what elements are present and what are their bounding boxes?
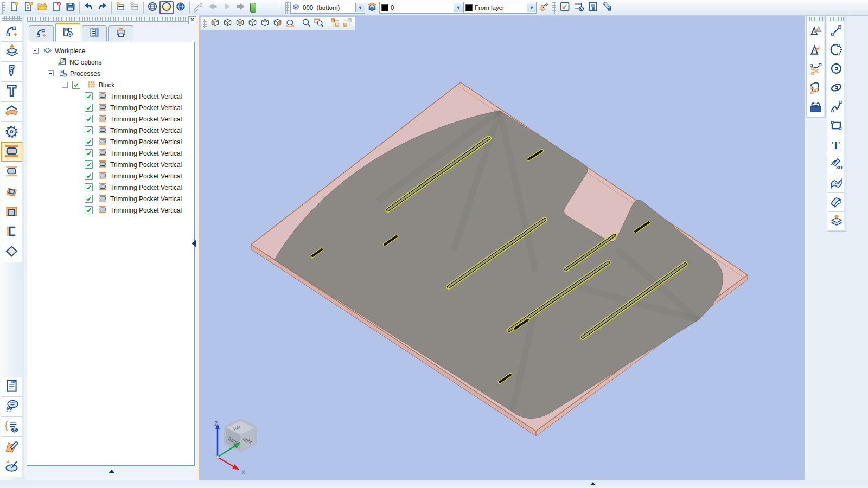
sawing-button[interactable] <box>1 122 22 142</box>
region-button[interactable] <box>1 242 22 262</box>
draw-line-button[interactable] <box>828 22 844 41</box>
step-back-button[interactable] <box>206 1 220 14</box>
workpiece-label[interactable]: Workpiece <box>55 47 85 55</box>
tree-row-trimming-pocket[interactable]: Trimming Pocket Vertical <box>27 147 194 159</box>
tree-row-trimming-pocket[interactable]: Trimming Pocket Vertical <box>27 125 194 136</box>
model-scene[interactable] <box>199 16 805 480</box>
engrave-button[interactable] <box>1 437 22 457</box>
panel-collapse-arrow[interactable] <box>192 240 196 247</box>
view-right-button[interactable] <box>271 18 284 29</box>
simulation-slider[interactable] <box>250 3 281 13</box>
operation-checkbox[interactable] <box>85 183 93 191</box>
tree-row-trimming-pocket[interactable]: Trimming Pocket Vertical <box>27 170 194 182</box>
operation-checkbox[interactable] <box>85 115 93 123</box>
slider-thumb[interactable] <box>250 3 256 13</box>
navigation-cube[interactable]: top front right Z X <box>205 405 276 477</box>
tools-options-button[interactable] <box>600 1 614 14</box>
tree-row-trimming-pocket[interactable]: Trimming Pocket Vertical <box>27 182 194 193</box>
swept-surface-button[interactable] <box>828 193 844 212</box>
tab-operations-list[interactable] <box>82 25 107 41</box>
block-label[interactable]: Block <box>99 81 114 89</box>
tree-row-trimming-pocket[interactable]: Trimming Pocket Vertical <box>27 91 194 102</box>
tab-processes[interactable] <box>55 23 80 41</box>
operation-label[interactable]: Trimming Pocket Vertical <box>110 93 182 100</box>
tree-row-processes[interactable]: Processes <box>27 68 194 79</box>
linetype-combobox[interactable]: From layer ▼ <box>463 2 537 14</box>
pocket-small-button[interactable] <box>1 162 22 182</box>
operation-label[interactable]: Trimming Pocket Vertical <box>110 195 182 203</box>
undo-button[interactable] <box>81 1 95 14</box>
toolbar-grip[interactable] <box>285 2 289 14</box>
close-document-button[interactable] <box>49 1 63 14</box>
milling-tool-button[interactable] <box>1 82 22 102</box>
draw-arc-button[interactable] <box>828 41 844 60</box>
sketch-mode-button[interactable] <box>192 1 206 14</box>
expander-minus[interactable] <box>48 70 54 76</box>
view-rotate-button[interactable] <box>284 18 296 29</box>
panel-grip[interactable] <box>27 17 189 22</box>
edit-properties-button[interactable] <box>537 1 551 14</box>
operation-label[interactable]: Trimming Pocket Vertical <box>110 138 182 146</box>
view-back-button[interactable] <box>246 18 259 29</box>
operation-label[interactable]: Trimming Pocket Vertical <box>110 104 182 112</box>
linetype-dropdown-arrow[interactable]: ▼ <box>527 3 536 12</box>
toolbar-grip[interactable] <box>203 19 207 28</box>
extract-face2-button[interactable] <box>828 212 844 231</box>
operation-label[interactable]: Trimming Pocket Vertical <box>110 127 182 134</box>
operation-label[interactable]: Trimming Pocket Vertical <box>110 161 182 169</box>
move-geometry-button[interactable] <box>807 41 824 60</box>
operation-checkbox[interactable] <box>85 92 93 100</box>
operation-label[interactable]: Trimming Pocket Vertical <box>110 115 182 123</box>
tree-row-trimming-pocket[interactable]: Trimming Pocket Vertical <box>27 193 194 204</box>
operation-label[interactable]: Trimming Pocket Vertical <box>110 184 182 191</box>
processes-label[interactable]: Processes <box>70 70 100 78</box>
play-button[interactable] <box>220 1 234 14</box>
export-image-button[interactable] <box>558 1 572 14</box>
tree-row-trimming-pocket[interactable]: Trimming Pocket Vertical <box>27 102 194 113</box>
tree-row-trimming-pocket[interactable]: Trimming Pocket Vertical <box>27 204 194 216</box>
toolbar-grip[interactable] <box>2 16 22 21</box>
panel-close-button[interactable]: ✕ <box>188 16 196 24</box>
trim-surface-button[interactable] <box>1 102 22 122</box>
surface-patch-button[interactable] <box>828 174 844 193</box>
nc-program-button[interactable]: NC <box>1 377 22 397</box>
duplicate-window-button[interactable] <box>127 1 142 14</box>
view-bottom-button[interactable] <box>221 18 234 29</box>
operation-checkbox[interactable] <box>85 126 93 134</box>
operation-checkbox[interactable] <box>85 160 93 169</box>
tree-row-workpiece[interactable]: Workpiece <box>27 45 194 56</box>
operation-checkbox[interactable] <box>85 138 93 146</box>
open-document-button[interactable] <box>35 1 49 14</box>
tree-row-trimming-pocket[interactable]: Trimming Pocket Vertical <box>27 136 194 147</box>
toolbar-grip[interactable] <box>552 2 556 14</box>
wireframe-view-button[interactable] <box>145 1 159 14</box>
view-top-button[interactable] <box>259 18 271 29</box>
toolbar-grip[interactable] <box>809 17 823 21</box>
draw-rectangle-button[interactable] <box>828 117 844 136</box>
pocket-angled-button[interactable] <box>1 182 22 202</box>
view-cube[interactable]: top front right <box>226 421 254 450</box>
table-settings-button[interactable] <box>572 1 586 14</box>
tab-output[interactable] <box>108 25 133 41</box>
layer-combobox[interactable]: 000 (bottom) ▼ <box>290 2 365 14</box>
draw-spline-button[interactable] <box>828 98 844 117</box>
toolbox-button[interactable] <box>807 98 824 117</box>
report-button[interactable] <box>586 1 600 14</box>
block-checkbox[interactable] <box>72 81 80 89</box>
viewport-3d[interactable]: top front right Z X <box>199 16 805 480</box>
solid-view-button[interactable] <box>174 1 188 14</box>
tree-row-trimming-pocket[interactable]: Trimming Pocket Vertical <box>27 113 194 125</box>
trimming-pocket-button[interactable] <box>1 142 22 162</box>
zoom-fit-button[interactable] <box>300 18 312 29</box>
help-info-button[interactable]: !? <box>1 397 22 417</box>
simulation-button[interactable] <box>1 457 22 477</box>
operation-checkbox[interactable] <box>85 104 93 112</box>
zoom-window-button[interactable] <box>312 18 325 29</box>
postprocess-button[interactable]: { <box>1 417 22 437</box>
layer-dropdown-arrow[interactable]: ▼ <box>355 3 365 12</box>
panel-collapse-control[interactable] <box>24 466 199 476</box>
nc-options-label[interactable]: NC options <box>69 59 101 66</box>
view-front-button[interactable] <box>234 18 246 29</box>
tree-row-block[interactable]: Block <box>27 79 194 91</box>
expander-minus[interactable] <box>62 82 68 88</box>
